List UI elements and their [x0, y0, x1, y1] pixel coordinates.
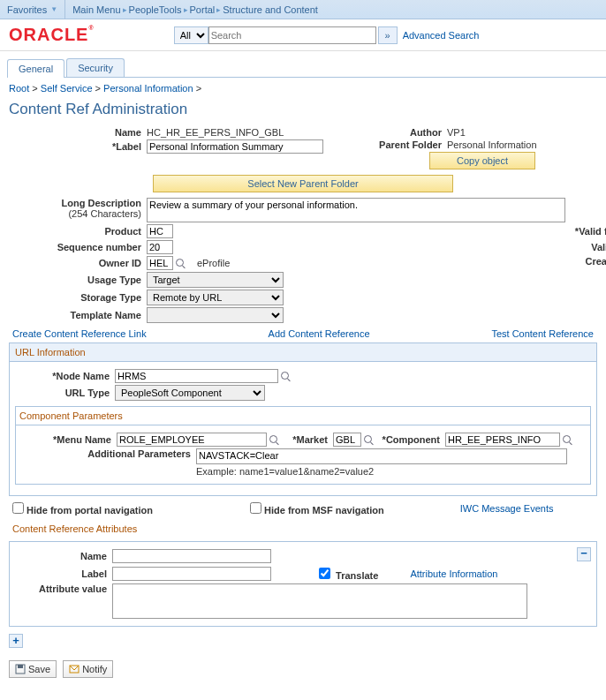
component-label: *Component: [375, 434, 445, 445]
iwc-link[interactable]: IWC Message Events: [460, 503, 554, 514]
valid-to-label: Valid to date: [565, 242, 606, 252]
search-scope-select[interactable]: All: [174, 26, 208, 44]
node-label: *Node Name: [13, 371, 115, 381]
hide-msf-checkbox[interactable]: [250, 502, 261, 514]
copy-object-button[interactable]: Copy object: [429, 152, 535, 169]
notify-button[interactable]: Notify: [63, 660, 113, 678]
translate-checkbox[interactable]: [319, 568, 330, 579]
hide-portal-field: Hide from portal navigation: [9, 500, 158, 516]
storage-select[interactable]: Remote by URL: [147, 290, 284, 305]
usage-select[interactable]: Target: [147, 272, 284, 288]
template-select[interactable]: [147, 307, 284, 323]
portal-link[interactable]: Portal: [190, 4, 216, 15]
save-button[interactable]: Save: [9, 660, 57, 678]
template-label: Template Name: [9, 310, 147, 320]
chevron-right-icon: ▸: [121, 5, 129, 14]
action-bar: Save Notify: [0, 653, 606, 685]
author-label: Author: [367, 127, 447, 138]
owner-label: Owner ID: [9, 258, 147, 268]
collapse-row-button[interactable]: −: [577, 547, 591, 561]
breadcrumb-nav: Main Menu ▸ PeopleTools ▸ Portal ▸ Struc…: [65, 0, 606, 19]
advanced-search-link[interactable]: Advanced Search: [403, 30, 480, 41]
attr-value-textarea[interactable]: [112, 583, 527, 619]
lookup-icon[interactable]: [175, 258, 186, 269]
product-input[interactable]: [147, 224, 173, 238]
usage-label: Usage Type: [9, 275, 147, 285]
label-input[interactable]: [147, 139, 323, 154]
page-tabs: General Security: [7, 58, 606, 78]
notify-icon: [69, 664, 80, 674]
comp-params-header: Component Parameters: [16, 407, 590, 425]
chevron-right-icon: ▸: [215, 5, 223, 14]
addl-params-textarea[interactable]: NAVSTACK=Clear: [196, 448, 567, 464]
node-input[interactable]: [115, 369, 278, 383]
dropdown-icon: ▼: [50, 5, 57, 13]
attr-name-input[interactable]: [112, 549, 271, 563]
global-search: All » Advanced Search: [174, 26, 480, 44]
lookup-icon[interactable]: [280, 371, 292, 382]
parent-label: Parent Folder: [367, 139, 447, 150]
urltype-label: URL Type: [13, 388, 115, 398]
header-bar: ORACLE® All » Advanced Search: [0, 19, 606, 51]
svg-rect-1: [18, 665, 23, 668]
structure-link[interactable]: Structure and Content: [223, 4, 318, 15]
create-ref-link[interactable]: Create Content Reference Link: [12, 328, 147, 339]
example-text: Example: name1=value1&name2=value2: [196, 466, 374, 477]
valid-from-label: *Valid from date: [565, 226, 606, 237]
favorites-label: Favorites: [7, 4, 47, 15]
bc-root[interactable]: Root: [9, 83, 29, 94]
test-ref-link[interactable]: Test Content Reference: [491, 328, 594, 339]
owner-input[interactable]: [147, 256, 173, 270]
add-row-button[interactable]: +: [9, 634, 23, 648]
attr-value-label: Attribute value: [15, 583, 112, 594]
save-icon: [15, 664, 26, 674]
search-input[interactable]: [208, 26, 376, 44]
select-parent-button[interactable]: Select New Parent Folder: [153, 175, 453, 192]
search-go-button[interactable]: »: [378, 26, 398, 44]
translate-field: Translate: [315, 565, 383, 582]
peopletools-link[interactable]: PeopleTools: [129, 4, 182, 15]
url-info-header: URL Information: [10, 343, 596, 362]
long-desc-label: Long Description: [62, 198, 141, 208]
page-title: Content Ref Administration: [9, 101, 597, 118]
bc-self-service[interactable]: Self Service: [41, 83, 93, 94]
bc-personal-info[interactable]: Personal Information: [103, 83, 193, 94]
seq-input[interactable]: [147, 240, 173, 254]
name-label: Name: [9, 127, 147, 138]
name-value: HC_HR_EE_PERS_INFO_GBL: [147, 127, 284, 138]
oracle-logo: ORACLE®: [9, 25, 95, 45]
urltype-select[interactable]: PeopleSoft Component: [115, 385, 265, 401]
creation-label: Creation Date: [565, 256, 606, 267]
tab-general[interactable]: General: [7, 59, 64, 78]
favorites-menu[interactable]: Favorites ▼: [0, 0, 65, 19]
attr-label-input[interactable]: [112, 567, 271, 581]
addl-params-label: Additional Parameters: [19, 448, 196, 459]
attr-name-label: Name: [15, 551, 112, 561]
label-label: *Label: [9, 141, 147, 152]
content-breadcrumb: Root > Self Service > Personal Informati…: [9, 83, 597, 94]
lookup-icon[interactable]: [269, 434, 280, 446]
hide-msf-field: Hide from MSF navigation: [246, 500, 390, 516]
chevron-right-icon: ▸: [182, 5, 190, 14]
market-label: *Market: [280, 434, 333, 445]
cref-attrs-panel: − Name Label Translate Attribute Informa…: [9, 541, 597, 627]
product-label: Product: [9, 226, 147, 237]
lookup-icon[interactable]: [562, 434, 573, 446]
main-menu-link[interactable]: Main Menu: [72, 4, 120, 15]
market-input[interactable]: [333, 433, 361, 447]
storage-label: Storage Type: [9, 292, 147, 303]
long-desc-textarea[interactable]: Review a summary of your personal inform…: [147, 198, 565, 222]
lookup-icon[interactable]: [363, 434, 375, 446]
tab-security[interactable]: Security: [66, 58, 125, 77]
attr-info-link[interactable]: Attribute Information: [410, 568, 497, 579]
component-input[interactable]: [445, 433, 560, 447]
cref-attrs-header: Content Reference Attributes: [9, 520, 597, 538]
add-ref-link[interactable]: Add Content Reference: [269, 328, 370, 339]
owner-name: eProfile: [197, 258, 230, 268]
hide-portal-checkbox[interactable]: [12, 502, 24, 514]
seq-label: Sequence number: [9, 242, 147, 252]
attr-label-label: Label: [15, 568, 112, 579]
top-nav-bar: Favorites ▼ Main Menu ▸ PeopleTools ▸ Po…: [0, 0, 606, 19]
chars-label: (254 Characters): [68, 208, 141, 219]
menu-input[interactable]: [117, 433, 267, 447]
